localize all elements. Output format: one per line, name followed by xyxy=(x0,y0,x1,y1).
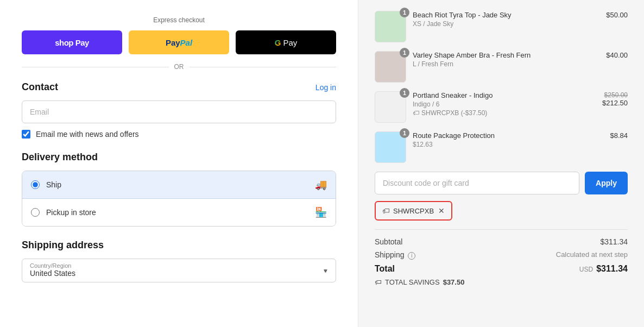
product-item: 1 Beach Riot Tyra Top - Jade Sky XS / Ja… xyxy=(375,11,628,42)
delivery-ship-option[interactable]: Ship 🚚 xyxy=(22,171,336,199)
product-price: $250.00$212.50 xyxy=(602,91,628,107)
product-name: Portland Sneaker - Indigo xyxy=(413,91,596,99)
delivery-pickup-option[interactable]: Pickup in store 🏪 xyxy=(22,199,336,226)
grand-total-price: USD $311.34 xyxy=(579,264,628,274)
country-label: Country/Region xyxy=(30,262,328,269)
grand-total-row: Total USD $311.34 xyxy=(375,264,628,274)
discount-text: SHWRCPXB (-$37.50) xyxy=(421,109,487,117)
store-icon: 🏪 xyxy=(315,206,327,218)
product-price: $50.00 xyxy=(606,11,628,19)
or-text: OR xyxy=(174,63,184,71)
discount-tag-icon: 🏷 xyxy=(413,109,419,117)
shipping-address-title: Shipping address xyxy=(22,240,104,251)
shipping-address-header: Shipping address xyxy=(22,240,336,251)
shipping-value: Calculated at next step xyxy=(556,250,628,260)
product-discount: 🏷 SHWRCPXB (-$37.50) xyxy=(413,109,596,117)
dropdown-chevron-icon: ▼ xyxy=(323,268,328,274)
product-variant: Indigo / 6 xyxy=(413,100,596,108)
tag-icon: 🏷 xyxy=(382,206,390,215)
contact-title: Contact xyxy=(22,81,58,93)
email-news-checkbox[interactable] xyxy=(22,130,30,139)
email-news-row: Email me with news and offers xyxy=(22,130,336,139)
applied-code-text: SHWRCPXB xyxy=(393,207,434,215)
product-name: Beach Riot Tyra Top - Jade Sky xyxy=(413,11,599,19)
applied-code-container: 🏷 SHWRCPXB ✕ xyxy=(375,201,452,221)
delivery-section-header: Delivery method xyxy=(22,152,336,163)
apply-button[interactable]: Apply xyxy=(585,172,628,194)
price-current: $40.00 xyxy=(606,51,628,59)
shipping-label: Shipping xyxy=(375,250,405,259)
product-info: Varley Shape Amber Bra - Fresh Fern L / … xyxy=(413,51,599,69)
email-news-label: Email me with news and offers xyxy=(36,130,139,139)
price-current: $8.84 xyxy=(610,131,628,140)
subtotal-value: $311.34 xyxy=(600,237,628,246)
price-original: $250.00 xyxy=(602,91,628,99)
or-divider: OR xyxy=(22,63,336,71)
savings-tag-icon: 🏷 xyxy=(375,278,382,286)
product-name: Route Package Protection xyxy=(413,131,603,140)
savings-row: 🏷 TOTAL SAVINGS $37.50 xyxy=(375,278,628,286)
delivery-ship-radio[interactable] xyxy=(31,180,40,189)
product-quantity-badge: 1 xyxy=(400,48,409,58)
product-price: $40.00 xyxy=(606,51,628,59)
price-current: $212.50 xyxy=(602,99,628,107)
express-checkout-title: Express checkout xyxy=(153,16,205,24)
discount-row: Apply xyxy=(375,172,628,194)
express-checkout-label: Express checkout xyxy=(22,16,336,24)
product-info: Route Package Protection $12.63 xyxy=(413,131,603,149)
product-img-wrapper: 1 xyxy=(375,11,406,42)
gpay-button[interactable]: G Pay xyxy=(236,30,336,54)
product-info: Portland Sneaker - Indigo Indigo / 6 🏷 S… xyxy=(413,91,596,117)
ship-icon: 🚚 xyxy=(315,179,327,191)
savings-value: $37.50 xyxy=(443,278,465,286)
product-variant: XS / Jade Sky xyxy=(413,20,599,28)
delivery-title: Delivery method xyxy=(22,152,98,163)
shop-pay-button[interactable]: shop Pay xyxy=(22,30,122,54)
product-list: 1 Beach Riot Tyra Top - Jade Sky XS / Ja… xyxy=(375,11,628,163)
product-price: $8.84 xyxy=(610,131,628,140)
product-item: 1 Portland Sneaker - Indigo Indigo / 6 🏷… xyxy=(375,91,628,123)
shipping-info-icon[interactable]: i xyxy=(408,252,415,260)
delivery-pickup-label: Pickup in store xyxy=(46,208,315,217)
country-select-wrapper: Country/Region United States ▼ xyxy=(22,259,336,282)
totals-section: Subtotal $311.34 Shipping i Calculated a… xyxy=(375,229,628,286)
divider-right xyxy=(190,67,337,67)
product-quantity-badge: 1 xyxy=(400,8,409,17)
product-info: Beach Riot Tyra Top - Jade Sky XS / Jade… xyxy=(413,11,599,29)
email-field[interactable] xyxy=(22,100,336,123)
total-label: Total xyxy=(375,264,395,274)
shipping-label-wrapper: Shipping i xyxy=(375,250,415,260)
right-panel: 1 Beach Riot Tyra Top - Jade Sky XS / Ja… xyxy=(358,0,644,327)
product-img-wrapper: 1 xyxy=(375,91,406,123)
delivery-ship-label: Ship xyxy=(46,180,315,189)
subtotal-label: Subtotal xyxy=(375,237,402,246)
express-checkout-buttons: shop Pay PayPal G Pay xyxy=(22,30,336,54)
shipping-row: Shipping i Calculated at next step xyxy=(375,250,628,260)
product-name: Varley Shape Amber Bra - Fresh Fern xyxy=(413,51,599,59)
country-select[interactable]: Country/Region United States ▼ xyxy=(22,259,336,282)
country-value: United States xyxy=(30,269,328,278)
contact-section-header: Contact Log in xyxy=(22,81,336,93)
total-currency: USD xyxy=(579,266,593,273)
price-current: $50.00 xyxy=(606,11,628,19)
delivery-options: Ship 🚚 Pickup in store 🏪 xyxy=(22,171,336,227)
product-variant: $12.63 xyxy=(413,141,603,148)
delivery-pickup-radio[interactable] xyxy=(31,208,40,217)
total-value: $311.34 xyxy=(596,264,628,274)
product-variant: L / Fresh Fern xyxy=(413,60,599,68)
product-img-wrapper: 1 xyxy=(375,131,406,163)
savings-label: TOTAL SAVINGS xyxy=(385,278,440,286)
product-item: 1 Route Package Protection $12.63 $8.84 xyxy=(375,131,628,163)
remove-code-icon[interactable]: ✕ xyxy=(438,206,445,215)
log-in-link[interactable]: Log in xyxy=(315,83,336,92)
product-item: 1 Varley Shape Amber Bra - Fresh Fern L … xyxy=(375,51,628,83)
applied-code-tag: 🏷 SHWRCPXB ✕ xyxy=(375,201,628,229)
product-quantity-badge: 1 xyxy=(400,128,409,138)
divider-left xyxy=(22,67,169,67)
discount-input[interactable] xyxy=(375,172,579,194)
paypal-button[interactable]: PayPal xyxy=(129,30,229,54)
subtotal-row: Subtotal $311.34 xyxy=(375,237,628,246)
product-img-wrapper: 1 xyxy=(375,51,406,83)
left-panel: Express checkout shop Pay PayPal G Pay O… xyxy=(0,0,358,327)
product-quantity-badge: 1 xyxy=(400,88,409,98)
